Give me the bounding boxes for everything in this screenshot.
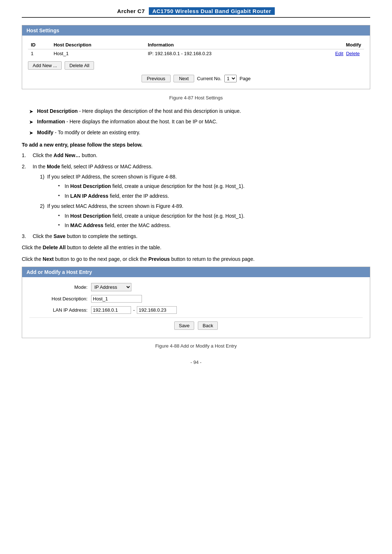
- page-select[interactable]: 1: [224, 75, 237, 82]
- delete-all-para: Click the Delete All button to delete al…: [22, 243, 370, 251]
- back-button[interactable]: Back: [198, 321, 218, 330]
- next-button[interactable]: Next: [173, 75, 194, 82]
- step-2-text: In the Mode field, select IP Address or …: [33, 164, 152, 169]
- host-settings-body: ID Host Description Information Modify 1…: [22, 36, 370, 89]
- sub-step-2: 2) If you select MAC Address, the screen…: [40, 202, 370, 229]
- para2-bold1: Next: [43, 256, 54, 262]
- arrow-icon-1: ➤: [29, 107, 33, 115]
- add-modify-body: Mode: IP Address MAC Address Host Descri…: [22, 277, 370, 338]
- step-2-bold: Mode: [47, 164, 60, 169]
- bullet-label-1: Host Description: [37, 108, 78, 114]
- step-3-after: button to complete the settings.: [65, 233, 137, 239]
- dot-list-1: In Host Description field, create a uniq…: [58, 182, 370, 200]
- save-button[interactable]: Save: [174, 321, 195, 330]
- add-modify-title: Add or Modify a Host Entry: [22, 267, 370, 277]
- step-3-text: Click the Save button to complete the se…: [33, 233, 138, 239]
- add-modify-panel: Add or Modify a Host Entry Mode: IP Addr…: [22, 267, 370, 338]
- host-desc-input[interactable]: [91, 295, 142, 303]
- previous-button[interactable]: Previous: [142, 75, 171, 82]
- bullet-list: ➤ Host Description - Here displays the d…: [22, 107, 370, 137]
- step-2-num: 2.: [22, 163, 26, 171]
- fig2-caption: Figure 4-88 Add or Modify a Host Entry: [22, 343, 370, 349]
- dot-1-1-after: field, create a unique description for t…: [111, 183, 245, 189]
- form-footer: Save Back: [29, 317, 363, 332]
- para2-mid: button to go to the next page, or click …: [54, 256, 148, 262]
- dot-2-1: In Host Description field, create a uniq…: [58, 212, 370, 220]
- dot-2-2-bold: MAC Address: [70, 222, 103, 228]
- bullet-item-3: ➤ Modify - To modify or delete an existi…: [22, 128, 370, 137]
- edit-link[interactable]: Edit: [335, 51, 343, 56]
- step-2: 2. In the Mode field, select IP Address …: [22, 163, 370, 230]
- bullet-text-1: Host Description - Here displays the des…: [37, 107, 241, 115]
- lan-ip-start-input[interactable]: [91, 306, 131, 314]
- page-text: Page: [240, 76, 250, 81]
- para2-before: Click the: [22, 256, 43, 262]
- mode-select[interactable]: IP Address MAC Address: [91, 283, 131, 291]
- step-1-num: 1.: [22, 151, 26, 159]
- bullet-item-2: ➤ Information - Here displays the inform…: [22, 118, 370, 126]
- row-host-desc: Host_1: [51, 49, 145, 58]
- sub-step-1: 1) If you select IP Address, the screen …: [40, 173, 370, 200]
- col-information: Information: [145, 41, 295, 49]
- bullet-desc-2: - Here displays the information about th…: [65, 119, 217, 124]
- step-3-before: Click the: [33, 233, 54, 239]
- row-modify: Edit Delete: [295, 49, 364, 58]
- lan-ip-row: LAN IP Address: -: [29, 306, 363, 314]
- dot-1-2-bold: LAN IP Address: [70, 193, 109, 199]
- sub-num-1: 1): [40, 173, 44, 181]
- step-1-bold: Add New…: [54, 152, 81, 158]
- col-modify: Modify: [295, 41, 364, 49]
- para2-bold2: Previous: [148, 256, 170, 262]
- step-1-before: Click the: [33, 152, 54, 158]
- step-3: 3. Click the Save button to complete the…: [22, 232, 370, 240]
- bullet-text-3: Modify - To modify or delete an existing…: [37, 128, 140, 136]
- step-3-num: 3.: [22, 232, 26, 240]
- step-1-text: Click the Add New… button.: [33, 152, 97, 158]
- col-id: ID: [28, 41, 51, 49]
- dot-2-1-bold: Host Description: [70, 213, 111, 219]
- page-header: Archer C7 AC1750 Wireless Dual Band Giga…: [22, 7, 370, 18]
- sub-step-2-text: If you select MAC Address, the screen sh…: [47, 203, 183, 209]
- step-3-bold: Save: [54, 233, 66, 239]
- table-row: 1 Host_1 IP: 192.168.0.1 - 192.168.0.23 …: [28, 49, 364, 58]
- steps-list: 1. Click the Add New… button. 2. In the …: [22, 151, 370, 241]
- dot-list-2: In Host Description field, create a uniq…: [58, 212, 370, 230]
- lan-ip-label: LAN IP Address:: [29, 307, 87, 313]
- step-2-before: In the: [33, 164, 47, 169]
- delete-link[interactable]: Delete: [346, 51, 360, 56]
- bullet-label-2: Information: [37, 119, 65, 124]
- host-desc-label: Host Description:: [29, 296, 87, 301]
- host-settings-panel: Host Settings ID Host Description Inform…: [22, 25, 370, 89]
- step-1: 1. Click the Add New… button.: [22, 151, 370, 159]
- current-no-label: Current No.: [197, 76, 221, 81]
- ip-separator: -: [133, 307, 135, 313]
- sub-num-2: 2): [40, 202, 44, 210]
- host-settings-table: ID Host Description Information Modify 1…: [28, 41, 364, 58]
- table-actions: Add New ... Delete All: [28, 61, 364, 70]
- step-2-after: field, select IP Address or MAC Address.: [60, 164, 152, 169]
- col-host-description: Host Description: [51, 41, 145, 49]
- brand-name: Archer C7: [117, 8, 145, 14]
- fig1-caption: Figure 4-87 Host Settings: [22, 95, 370, 100]
- delete-all-button[interactable]: Delete All: [65, 61, 94, 70]
- para2-after: button to return to the previous page.: [170, 256, 255, 262]
- dot-1-1-bold: Host Description: [70, 183, 111, 189]
- bullet-label-3: Modify: [37, 130, 53, 135]
- host-settings-title: Host Settings: [22, 25, 370, 36]
- mode-row: Mode: IP Address MAC Address: [29, 283, 363, 291]
- sub-list: 1) If you select IP Address, the screen …: [40, 173, 370, 229]
- bullet-desc-3: - To modify or delete an existing entry.: [53, 130, 140, 135]
- para1-bold: Delete All: [43, 245, 66, 250]
- bullet-item-1: ➤ Host Description - Here displays the d…: [22, 107, 370, 115]
- brand-title: Archer C7 AC1750 Wireless Dual Band Giga…: [117, 7, 275, 15]
- dot-2-2: In MAC Address field, enter the MAC addr…: [58, 221, 370, 229]
- dot-1-2-after: field, enter the IP address.: [109, 193, 169, 199]
- add-new-button[interactable]: Add New ...: [28, 61, 62, 70]
- dot-2-2-after: field, enter the MAC address.: [103, 222, 171, 228]
- lan-ip-end-input[interactable]: [137, 306, 177, 314]
- next-prev-para: Click the Next button to go to the next …: [22, 255, 370, 263]
- dot-1-1-before: In: [65, 183, 70, 189]
- bullet-desc-1: - Here displays the description of the h…: [78, 108, 241, 114]
- para1-before: Click the: [22, 245, 43, 250]
- arrow-icon-3: ➤: [29, 129, 33, 137]
